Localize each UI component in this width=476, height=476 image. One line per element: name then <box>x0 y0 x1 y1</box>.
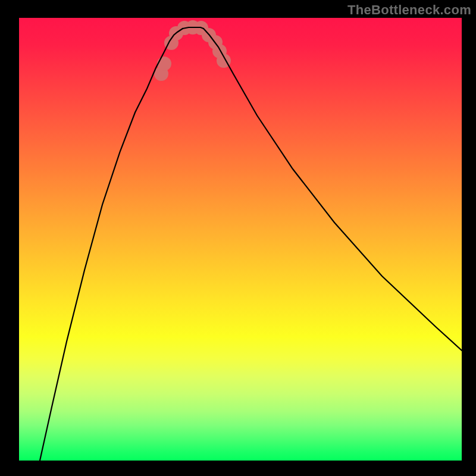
chart-frame: TheBottleneck.com <box>0 0 476 476</box>
highlight-dot <box>157 57 171 71</box>
watermark-text: TheBottleneck.com <box>347 2 471 18</box>
marker-group <box>154 20 231 81</box>
right-curve <box>203 29 462 350</box>
left-curve <box>40 29 183 461</box>
chart-svg <box>19 18 462 461</box>
